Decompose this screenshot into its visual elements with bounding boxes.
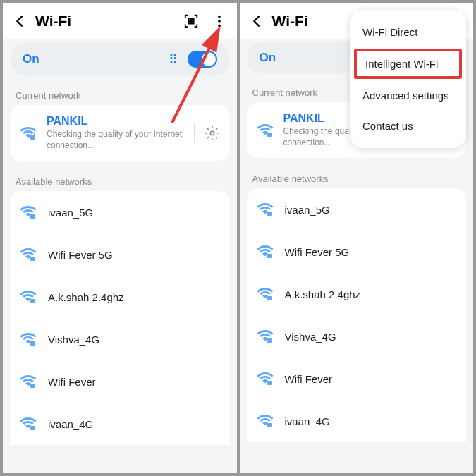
available-network-list: ivaan_5G Wifi Fever 5G A.k.shah 2.4ghz V… xyxy=(247,188,467,442)
wifi-lock-icon xyxy=(20,288,37,305)
current-network-status: Checking the quality of your Internet co… xyxy=(47,129,184,151)
svg-rect-13 xyxy=(267,133,272,137)
back-icon[interactable] xyxy=(250,13,265,29)
wifi-lock-icon xyxy=(257,122,274,139)
network-name: A.k.shah 2.4ghz xyxy=(48,291,124,303)
svg-rect-15 xyxy=(267,212,272,216)
left-panel: Wi-Fi On ⠿ Current network PANKIL Checki… xyxy=(3,3,237,473)
network-name: A.k.shah 2.4ghz xyxy=(285,288,361,300)
network-item[interactable]: Vishva_4G xyxy=(10,318,230,360)
wifi-lock-icon xyxy=(20,415,37,432)
available-network-list: ivaan_5G Wifi Fever 5G A.k.shah 2.4ghz V… xyxy=(10,191,230,445)
network-name: Wifi Fever xyxy=(285,373,333,385)
current-network-info: PANKIL Checking the quality of your Inte… xyxy=(47,115,184,151)
dropdown-advanced-settings[interactable]: Advanced settings xyxy=(350,80,466,111)
svg-rect-16 xyxy=(267,254,272,258)
grid-dots-icon: ⠿ xyxy=(169,53,178,66)
wifi-toggle-row[interactable]: On ⠿ xyxy=(10,42,230,76)
right-panel: Wi-Fi On Current network PANKIL Checking… xyxy=(240,3,474,473)
dropdown-wifi-direct[interactable]: Wi-Fi Direct xyxy=(350,17,466,47)
wifi-lock-icon xyxy=(257,243,274,260)
network-item[interactable]: ivaan_5G xyxy=(247,188,467,231)
network-item[interactable]: A.k.shah 2.4ghz xyxy=(10,276,230,318)
back-icon[interactable] xyxy=(13,13,28,29)
divider xyxy=(194,123,195,143)
svg-point-1 xyxy=(218,20,221,23)
wifi-lock-icon xyxy=(257,328,274,345)
wifi-lock-icon xyxy=(20,246,37,263)
dropdown-intelligent-wifi[interactable]: Intelligent Wi-Fi xyxy=(354,49,462,79)
current-section-label: Current network xyxy=(3,83,237,105)
network-item[interactable]: Wifi Fever 5G xyxy=(10,233,230,276)
toggle-extras: ⠿ xyxy=(169,51,217,68)
svg-point-0 xyxy=(218,16,221,18)
svg-rect-10 xyxy=(30,426,35,430)
network-name: Wifi Fever xyxy=(48,376,96,388)
svg-rect-5 xyxy=(30,214,35,219)
current-network-card[interactable]: PANKIL Checking the quality of your Inte… xyxy=(10,105,230,161)
more-dropdown: Wi-Fi Direct Intelligent Wi-Fi Advanced … xyxy=(350,10,466,148)
wifi-lock-icon xyxy=(20,373,37,390)
wifi-lock-icon xyxy=(257,201,274,218)
available-section-label: Available networks xyxy=(3,169,237,191)
svg-point-4 xyxy=(210,131,214,135)
network-name: ivaan_5G xyxy=(285,204,330,216)
page-title: Wi-Fi xyxy=(35,13,183,30)
svg-rect-3 xyxy=(30,135,35,140)
more-icon[interactable] xyxy=(212,13,227,29)
network-item[interactable]: Wifi Fever xyxy=(10,360,230,403)
wifi-lock-icon xyxy=(257,413,274,429)
wifi-lock-icon xyxy=(20,204,37,221)
wifi-lock-icon xyxy=(257,286,274,303)
svg-rect-18 xyxy=(267,338,272,343)
available-section-label: Available networks xyxy=(240,166,474,188)
network-item[interactable]: ivaan_4G xyxy=(10,403,230,445)
network-name: Vishva_4G xyxy=(285,331,336,343)
header: Wi-Fi xyxy=(3,3,237,39)
svg-rect-19 xyxy=(267,381,272,385)
network-item[interactable]: Wifi Fever xyxy=(247,358,467,400)
toggle-label: On xyxy=(23,52,169,66)
network-item[interactable]: Wifi Fever 5G xyxy=(247,231,467,273)
network-name: ivaan_4G xyxy=(285,415,330,427)
network-name: ivaan_4G xyxy=(48,418,93,430)
svg-rect-9 xyxy=(30,384,35,388)
network-item[interactable]: Vishva_4G xyxy=(247,315,467,358)
svg-rect-6 xyxy=(30,257,35,261)
svg-rect-7 xyxy=(30,299,35,303)
wifi-lock-icon xyxy=(257,370,274,387)
network-name: Wifi Fever 5G xyxy=(48,249,113,261)
wifi-lock-icon xyxy=(20,331,37,348)
dropdown-contact-us[interactable]: Contact us xyxy=(350,111,466,141)
wifi-toggle[interactable] xyxy=(188,51,217,68)
wifi-lock-icon xyxy=(20,125,37,142)
svg-rect-8 xyxy=(30,341,35,346)
network-item[interactable]: ivaan_4G xyxy=(247,400,467,442)
svg-rect-20 xyxy=(267,423,272,427)
network-item[interactable]: ivaan_5G xyxy=(10,191,230,233)
qr-scan-icon[interactable] xyxy=(183,13,199,29)
network-name: Vishva_4G xyxy=(48,334,99,346)
network-item[interactable]: A.k.shah 2.4ghz xyxy=(247,273,467,315)
network-name: Wifi Fever 5G xyxy=(285,246,350,258)
gear-icon[interactable] xyxy=(205,126,220,141)
current-network-name: PANKIL xyxy=(47,115,184,128)
svg-rect-17 xyxy=(267,296,272,300)
network-name: ivaan_5G xyxy=(48,207,93,219)
header-actions xyxy=(183,13,227,29)
svg-point-2 xyxy=(218,25,221,28)
